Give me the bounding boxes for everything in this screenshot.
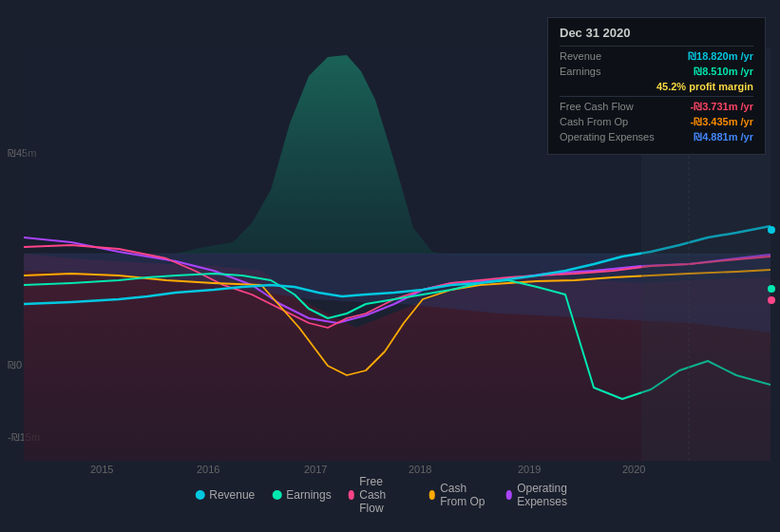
opex-value: ₪4.881m /yr — [694, 131, 753, 143]
revenue-dot — [195, 490, 204, 500]
cfo-label: Cash From Op — [560, 116, 628, 127]
opex-row: Operating Expenses ₪4.881m /yr — [560, 131, 753, 143]
fcf-row: Free Cash Flow -₪3.731m /yr — [560, 101, 753, 113]
chart-legend: Revenue Earnings Free Cash Flow Cash Fro… — [195, 475, 585, 515]
opex-dot — [506, 490, 513, 500]
cfo-legend-label: Cash From Op — [440, 482, 488, 508]
revenue-value: ₪18.820m /yr — [688, 50, 753, 63]
fcf-indicator — [768, 296, 775, 304]
earnings-row: Earnings ₪8.510m /yr — [560, 66, 753, 78]
tooltip-title: Dec 31 2020 — [560, 26, 753, 40]
legend-cfo[interactable]: Cash From Op — [429, 482, 489, 508]
profit-margin: 45.2% profit margin — [560, 81, 753, 92]
earnings-legend-label: Earnings — [286, 488, 331, 502]
revenue-legend-label: Revenue — [209, 488, 255, 502]
revenue-indicator — [768, 226, 775, 234]
fcf-value: -₪3.731m /yr — [691, 101, 753, 113]
x-axis-2016: 2016 — [197, 464, 219, 475]
earnings-label: Earnings — [560, 66, 600, 77]
cfo-value: -₪3.435m /yr — [691, 116, 753, 128]
fcf-legend-label: Free Cash Flow — [359, 475, 411, 515]
legend-opex[interactable]: Operating Expenses — [506, 482, 585, 508]
revenue-row: Revenue ₪18.820m /yr — [560, 50, 753, 63]
earnings-value: ₪8.510m /yr — [694, 66, 753, 78]
revenue-label: Revenue — [560, 50, 601, 62]
x-axis-2020: 2020 — [622, 464, 645, 475]
x-axis-2015: 2015 — [90, 464, 113, 475]
cfo-row: Cash From Op -₪3.435m /yr — [560, 116, 753, 128]
y-axis-mid: ₪0 — [8, 359, 22, 371]
x-axis-2017: 2017 — [304, 464, 327, 475]
tooltip-box: Dec 31 2020 Revenue ₪18.820m /yr Earning… — [547, 17, 766, 155]
x-axis-2019: 2019 — [518, 464, 541, 475]
legend-earnings[interactable]: Earnings — [272, 488, 331, 502]
earnings-indicator — [768, 285, 775, 293]
legend-revenue[interactable]: Revenue — [195, 488, 255, 502]
fcf-label: Free Cash Flow — [560, 101, 634, 112]
x-axis-2018: 2018 — [409, 464, 431, 475]
opex-legend-label: Operating Expenses — [517, 482, 585, 508]
earnings-dot — [272, 490, 281, 500]
fcf-dot — [349, 490, 355, 500]
cfo-dot — [429, 490, 436, 500]
opex-label: Operating Expenses — [560, 131, 655, 142]
chart-container: Dec 31 2020 Revenue ₪18.820m /yr Earning… — [0, 0, 780, 532]
legend-fcf[interactable]: Free Cash Flow — [349, 475, 412, 515]
